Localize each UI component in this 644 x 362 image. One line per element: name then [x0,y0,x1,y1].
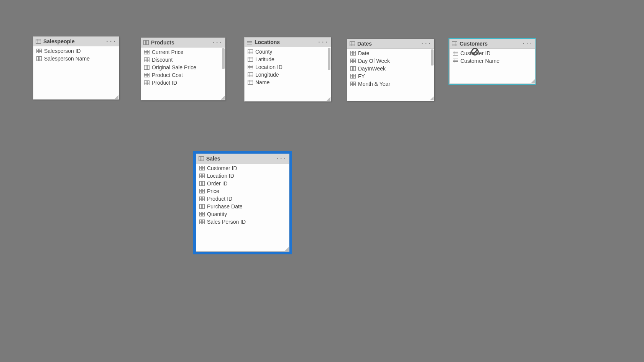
field-row[interactable]: Order ID [196,180,289,187]
field-icon [350,59,356,63]
resize-handle[interactable] [115,95,118,99]
table-icon [452,41,457,46]
field-label: Month & Year [358,81,390,87]
field-label: Customer ID [207,165,237,171]
field-label: Location ID [255,64,283,70]
table-salespeople[interactable]: Salespeople · · · Salesperson ID Salespe… [33,36,119,100]
field-icon [199,219,205,224]
table-locations[interactable]: Locations · · · County Latitude Location… [244,37,331,102]
field-label: Quantity [207,211,227,217]
table-icon [247,40,252,44]
scrollbar-thumb[interactable] [328,48,330,70]
field-row[interactable]: Purchase Date [196,203,289,210]
field-row[interactable]: Location ID [245,63,331,71]
field-label: Price [207,188,219,194]
more-options-button[interactable]: · · · [106,38,117,44]
field-label: Salesperson ID [44,48,81,54]
table-icon [199,156,204,161]
field-row[interactable]: Location ID [196,172,289,180]
field-row[interactable]: Price [196,187,289,195]
field-row[interactable]: FY [347,72,434,80]
field-label: Name [255,79,269,85]
field-icon [144,80,150,85]
table-dates[interactable]: Dates · · · Date Day Of Week DayInWeek F… [347,39,434,101]
field-row[interactable]: Day Of Week [347,57,434,65]
field-row[interactable]: Sales Person ID [196,218,289,226]
field-icon [248,65,253,69]
table-title: Sales [206,156,220,162]
field-row[interactable]: Original Sale Price [141,64,225,71]
field-label: Product ID [207,196,232,202]
field-icon [199,166,205,170]
more-options-button[interactable]: · · · [421,41,432,47]
table-header-dates[interactable]: Dates · · · [347,39,434,49]
field-label: Salesperson Name [44,56,90,62]
field-icon [248,72,253,77]
field-icon [144,73,150,77]
table-customers[interactable]: Customers · · · Customer ID Customer Nam… [449,39,536,84]
field-row[interactable]: Product Cost [141,71,225,79]
field-icon [350,74,356,79]
resize-handle[interactable] [430,97,434,100]
field-list-dates: Date Day Of Week DayInWeek FY Month & Ye… [347,49,434,101]
field-row[interactable]: Date [347,49,434,57]
more-options-button[interactable]: · · · [212,39,223,46]
field-row[interactable]: Customer ID [450,49,535,57]
field-row[interactable]: Latitude [245,56,331,63]
field-row[interactable]: Customer Name [450,57,535,65]
field-icon [199,204,205,209]
field-list-locations: County Latitude Location ID Longitude Na… [245,47,331,101]
field-row[interactable]: Name [245,79,331,86]
table-header-customers[interactable]: Customers · · · [450,39,535,49]
more-options-button[interactable]: · · · [318,39,329,45]
field-row[interactable]: Quantity [196,210,289,218]
table-title: Salespeople [43,38,75,44]
table-header-locations[interactable]: Locations · · · [245,38,331,47]
field-icon [350,51,356,56]
field-label: Sales Person ID [207,219,246,225]
field-label: County [255,49,272,55]
field-icon [36,49,42,53]
more-options-button[interactable]: · · · [276,156,287,162]
field-icon [36,56,42,61]
field-row[interactable]: Discount [141,56,225,64]
field-row[interactable]: Product ID [141,79,225,87]
table-header-products[interactable]: Products · · · [141,38,225,48]
field-row[interactable]: Current Price [141,48,225,56]
field-row[interactable]: Salesperson Name [33,55,119,62]
field-label: Original Sale Price [152,64,196,70]
table-header-salespeople[interactable]: Salespeople · · · [33,37,119,46]
field-label: Location ID [207,173,234,179]
field-row[interactable]: Month & Year [347,80,434,88]
field-label: Order ID [207,180,228,187]
resize-handle[interactable] [327,97,330,101]
table-sales[interactable]: Sales · · · Customer ID Location ID Orde… [196,154,289,252]
field-row[interactable]: Longitude [245,71,331,79]
field-icon [199,197,205,201]
table-icon [36,39,41,44]
resize-handle[interactable] [285,247,289,251]
field-row[interactable]: Customer ID [196,164,289,172]
table-title: Customers [460,41,488,47]
scrollbar-thumb[interactable] [222,48,225,69]
table-products[interactable]: Products · · · Current Price Discount Or… [141,38,225,100]
field-label: Day Of Week [358,58,390,64]
field-row[interactable]: DayInWeek [347,65,434,72]
field-icon [199,189,205,193]
table-icon [143,40,149,45]
field-row[interactable]: County [245,48,331,56]
table-title: Dates [357,41,372,47]
table-header-sales[interactable]: Sales · · · [196,154,289,164]
resize-handle[interactable] [531,79,535,83]
more-options-button[interactable]: · · · [522,41,533,47]
field-list-sales: Customer ID Location ID Order ID Price P… [196,164,289,251]
field-icon [453,59,458,63]
field-label: DayInWeek [358,66,386,72]
resize-handle[interactable] [221,96,225,100]
scrollbar-thumb[interactable] [431,49,434,66]
field-label: Product ID [152,80,177,86]
field-row[interactable]: Product ID [196,195,289,203]
model-canvas[interactable]: Salespeople · · · Salesperson ID Salespe… [0,0,644,362]
field-list-products: Current Price Discount Original Sale Pri… [141,48,225,100]
field-row[interactable]: Salesperson ID [33,47,119,55]
